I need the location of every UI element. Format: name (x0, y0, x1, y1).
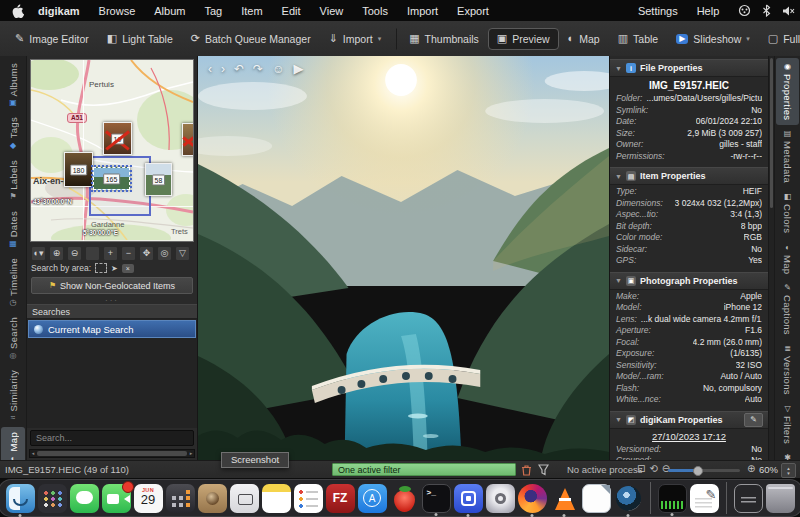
horizontal-scrollbar[interactable]: ◂ ▸ (29, 449, 195, 458)
menu-tools[interactable]: Tools (362, 5, 388, 17)
dock-document[interactable] (734, 484, 763, 513)
right-tab[interactable]: ◉ Properties (776, 58, 799, 125)
zoom-slider-handle[interactable] (693, 466, 703, 476)
bluetooth-icon[interactable] (762, 4, 771, 17)
item-properties-header[interactable]: ▼ ▤ Item Properties (610, 167, 768, 185)
rotate-right-icon[interactable]: ↷ (253, 62, 263, 76)
toolbar-button[interactable]: ⟳ Batch Queue Manager (182, 28, 320, 50)
scroll-right-icon[interactable]: ▸ (188, 450, 194, 457)
scroll-left-icon[interactable]: ◂ (30, 450, 36, 457)
right-tab[interactable]: ◧ Colors (775, 188, 800, 238)
map-control-button[interactable]: ✥ (139, 246, 154, 261)
menu-edit[interactable]: Edit (282, 5, 301, 17)
zoom-stepper[interactable]: ▲▼ (781, 463, 796, 478)
toolbar-button[interactable]: ▶ Slideshow ▾ (667, 28, 759, 50)
add-face-tag-icon[interactable]: ☺ (272, 62, 284, 76)
map-control-button[interactable]: ⊕ (49, 246, 64, 261)
saved-search-item[interactable]: Current Map Search (28, 320, 196, 338)
active-filter-indicator[interactable]: One active filter (332, 463, 516, 476)
scrollbar-thumb[interactable] (37, 451, 187, 456)
map-control-button[interactable]: ◐▾ (31, 246, 46, 261)
sidebar-tab[interactable]: Labels ⚑ (0, 155, 26, 206)
map-marker-selected[interactable]: 165 (93, 167, 130, 190)
map-control-button[interactable]: ▽ (175, 246, 190, 261)
dock-app-store[interactable] (358, 484, 387, 513)
slideshow-play-icon[interactable]: ▶ (293, 61, 303, 76)
toolbar-button[interactable]: ▥ Table (609, 28, 668, 50)
map-marker[interactable]: 58 (145, 163, 172, 196)
dock-notes[interactable] (262, 484, 291, 513)
zoom-fit-icon[interactable]: ⊡ (637, 463, 645, 474)
right-tab[interactable]: ▤ Metadata (775, 125, 800, 188)
remove-filter-icon[interactable] (521, 464, 532, 478)
dock-trash[interactable] (766, 484, 795, 513)
toolbar-button[interactable]: ✎ Image Editor (6, 28, 98, 50)
geolocation-map[interactable]: Pertuis A51 Aix-en-Provence Gardanne Tre… (30, 59, 194, 242)
step-down-icon[interactable]: ▼ (786, 471, 790, 476)
toolbar-button[interactable]: ◧ Light Table (98, 28, 182, 50)
dock-reminders[interactable] (294, 484, 323, 513)
edit-pencil-button[interactable]: ✎ (744, 413, 763, 427)
dock-photo-booth[interactable] (198, 484, 227, 513)
sidebar-tab[interactable]: Tags ◆ (0, 112, 26, 154)
dock-calendar[interactable]: JUN 29 (134, 484, 163, 513)
dock-screenshot[interactable] (230, 484, 259, 513)
menu-browse[interactable]: Browse (99, 5, 136, 17)
toolbar-button[interactable]: ⇓ Import ▾ (320, 28, 391, 50)
filters-icon[interactable] (538, 464, 549, 478)
photograph-properties-header[interactable]: ▼ ▣ Photograph Properties (610, 272, 768, 290)
menu-tag[interactable]: Tag (204, 5, 222, 17)
dock-strawberry[interactable] (390, 484, 419, 513)
dock-firefox[interactable] (518, 484, 547, 513)
menu-view[interactable]: View (320, 5, 344, 17)
dock-terminal[interactable] (422, 484, 451, 513)
stage-manager-icon[interactable] (738, 4, 751, 17)
dock-calculator[interactable] (166, 484, 195, 513)
right-tab[interactable]: ◐ Map (775, 239, 800, 279)
digikam-date-link[interactable]: 27/10/2023 17:12 (610, 429, 768, 443)
sidebar-tab[interactable]: Dates ▦ (0, 206, 26, 253)
menu-export[interactable]: Export (457, 5, 489, 17)
zoom-slider[interactable] (668, 469, 740, 472)
menu-item[interactable]: Item (241, 5, 262, 17)
clear-selection-icon[interactable]: × (122, 264, 134, 273)
dock-system-settings[interactable] (486, 484, 515, 513)
toolbar-button[interactable]: ◐ Map (559, 28, 609, 50)
right-tab[interactable]: ▽ Filters (775, 400, 800, 449)
apple-logo-icon[interactable] (12, 4, 24, 18)
menu-album[interactable]: Album (154, 5, 185, 17)
map-control-button[interactable]: ◎ (157, 246, 172, 261)
sidebar-tab[interactable]: Search ◎ (0, 312, 26, 365)
sidebar-tab[interactable]: Albums ▣ (0, 58, 26, 112)
digikam-properties-header[interactable]: ▼ ◩ digiKam Properties ✎ (610, 411, 768, 429)
saved-searches-list[interactable]: Current Map Search (27, 319, 197, 428)
show-non-geolocated-button[interactable]: ⚑ Show Non-Geolocated Items (31, 277, 193, 294)
search-input[interactable] (30, 430, 194, 446)
map-marker-excluded[interactable]: 10 (103, 122, 132, 155)
toolbar-button[interactable]: ▦ Thumbnails (396, 28, 488, 50)
menu-settings[interactable]: Settings (638, 5, 678, 17)
map-marker[interactable]: 180 (64, 152, 93, 187)
toolbar-button[interactable]: ▣ Preview (488, 28, 559, 50)
dock-messages[interactable] (70, 484, 99, 513)
panel-splitter[interactable]: ··· (27, 296, 197, 304)
zoom-in-icon[interactable]: ⊕ (747, 463, 755, 474)
rotate-left-icon[interactable]: ↶ (234, 62, 244, 76)
next-image-icon[interactable]: › (221, 62, 225, 76)
file-properties-header[interactable]: ▼ i File Properties (610, 59, 768, 77)
dock-textedit[interactable] (690, 484, 719, 513)
dock-digikam[interactable] (614, 484, 643, 513)
region-select-icon[interactable] (95, 263, 107, 273)
dock-libreoffice[interactable] (582, 484, 611, 513)
right-tab[interactable]: ≣ Versions (775, 340, 800, 400)
map-control-button[interactable] (85, 246, 100, 261)
toolbar-button[interactable]: ▢ Full Screen (759, 28, 800, 50)
map-marker-excluded-partial[interactable] (182, 123, 194, 156)
menu-help[interactable]: Help (697, 5, 720, 17)
menu-app-name[interactable]: digikam (38, 5, 80, 17)
image-preview[interactable]: ‹ › ↶ ↷ ☺ ▶ (198, 56, 609, 460)
sidebar-tab[interactable]: Similarity ≈ (0, 365, 26, 428)
right-tab[interactable]: ✎ Captions (775, 279, 800, 340)
previous-image-icon[interactable]: ‹ (208, 62, 212, 76)
dock-virtual-machine-app[interactable] (454, 484, 483, 513)
